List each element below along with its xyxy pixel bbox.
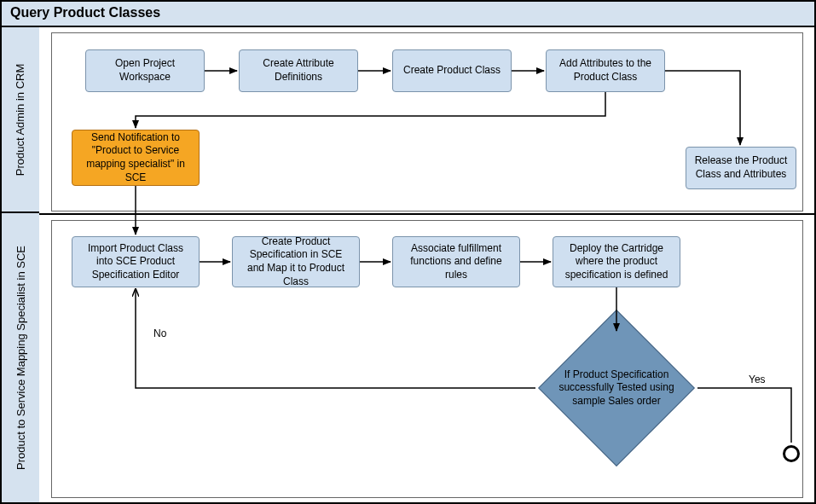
diagram-content: Open Project Workspace Create Attribute … bbox=[39, 27, 814, 502]
lane-label-top: Product Admin in CRM bbox=[2, 27, 39, 213]
node-create-spec: Create Product Specification in SCE and … bbox=[232, 236, 360, 287]
diamond-text: If Product Specification successfully Te… bbox=[535, 333, 697, 443]
swimlane-diagram: Query Product Classes Product Admin in C… bbox=[0, 0, 816, 504]
node-decision: If Product Specification successfully Te… bbox=[535, 333, 697, 443]
lane-label-column: Product Admin in CRM Product to Service … bbox=[2, 27, 39, 502]
node-create-attribute: Create Attribute Definitions bbox=[239, 49, 358, 92]
node-add-attributes: Add Attributes to the Product Class bbox=[546, 49, 665, 92]
node-associate-fulfillment: Associate fulfillment functions and defi… bbox=[392, 236, 520, 287]
edge-label-no: No bbox=[153, 327, 166, 339]
lane-label-top-text: Product Admin in CRM bbox=[14, 63, 27, 176]
diagram-title: Query Product Classes bbox=[2, 2, 814, 27]
lane-label-bottom-text: Product to Service Mapping Specialist in… bbox=[14, 246, 27, 470]
terminator-end bbox=[783, 445, 800, 462]
node-open-project: Open Project Workspace bbox=[85, 49, 205, 92]
lane-divider bbox=[39, 213, 814, 215]
node-release: Release the Product Class and Attributes bbox=[686, 147, 796, 189]
node-deploy-cartridge: Deploy the Cartridge where the product s… bbox=[553, 236, 680, 287]
edge-label-yes: Yes bbox=[749, 374, 766, 385]
node-send-notification: Send Notification to "Product to Service… bbox=[72, 130, 200, 186]
lane-label-bottom: Product to Service Mapping Specialist in… bbox=[2, 213, 39, 502]
node-import-product-class: Import Product Class into SCE Product Sp… bbox=[72, 236, 200, 287]
node-create-class: Create Product Class bbox=[392, 49, 512, 92]
